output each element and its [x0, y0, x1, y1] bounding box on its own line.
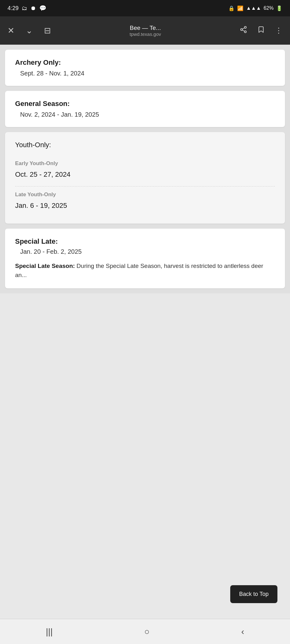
briefcase-icon: 🗂: [22, 5, 27, 12]
shield-icon: 🔒: [228, 5, 235, 11]
early-youth-section: Early Youth-Only Oct. 25 - 27, 2024: [15, 155, 275, 184]
late-youth-date: Jan. 6 - 19, 2025: [15, 202, 275, 210]
page-title: Bee — Te...: [130, 25, 161, 31]
svg-line-4: [243, 28, 245, 29]
browser-actions: ⋮: [237, 23, 285, 38]
general-season-title: General Season:: [15, 100, 275, 108]
special-late-desc-label: Special Late Season:: [15, 263, 75, 269]
close-button[interactable]: ✕: [5, 23, 17, 38]
back-button[interactable]: ‹: [231, 622, 254, 642]
svg-line-3: [243, 30, 245, 31]
early-youth-subtitle: Early Youth-Only: [15, 160, 275, 167]
tabs-button[interactable]: ⊟: [42, 23, 53, 38]
early-youth-date: Oct. 25 - 27, 2024: [15, 170, 275, 179]
share-icon[interactable]: [237, 23, 250, 38]
play-icon: ⏺: [31, 5, 36, 12]
more-menu-icon[interactable]: ⋮: [272, 24, 285, 37]
message-icon: 💬: [39, 5, 46, 12]
recents-button[interactable]: |||: [36, 622, 63, 642]
special-late-title: Special Late:: [15, 237, 275, 246]
archery-only-title: Archery Only:: [15, 58, 275, 67]
archery-only-date: Sept. 28 - Nov. 1, 2024: [15, 70, 275, 77]
url-area[interactable]: Bee — Te... tpwd.texas.gov: [60, 25, 231, 37]
bottom-nav-bar: ||| ○ ‹: [0, 619, 290, 644]
general-season-card: General Season: Nov. 2, 2024 - Jan. 19, …: [5, 91, 285, 127]
special-late-date: Jan. 20 - Feb. 2, 2025: [15, 248, 275, 255]
domain-label: tpwd.texas.gov: [130, 31, 161, 37]
youth-only-card: Youth-Only: Early Youth-Only Oct. 25 - 2…: [5, 132, 285, 224]
dropdown-button[interactable]: ⌄: [23, 23, 35, 38]
special-late-description: Special Late Season: During the Special …: [15, 262, 275, 280]
general-season-date: Nov. 2, 2024 - Jan. 19, 2025: [15, 111, 275, 118]
late-youth-subtitle: Late Youth-Only: [15, 192, 275, 198]
status-time: 4:29: [8, 5, 19, 12]
late-youth-section: Late Youth-Only Jan. 6 - 19, 2025: [15, 186, 275, 215]
status-right: 🔒 📶 ▲▲▲ 62% 🔋: [228, 5, 282, 11]
special-late-card: Special Late: Jan. 20 - Feb. 2, 2025 Spe…: [5, 229, 285, 288]
youth-only-title: Youth-Only:: [15, 141, 275, 149]
bookmark-icon[interactable]: [255, 23, 267, 38]
signal-icon: ▲▲▲: [246, 5, 261, 11]
battery-level: 62%: [264, 5, 274, 11]
browser-bar: ✕ ⌄ ⊟ Bee — Te... tpwd.texas.gov ⋮: [0, 16, 290, 45]
back-to-top-button[interactable]: Back to Top: [230, 585, 277, 603]
status-left: 4:29 🗂 ⏺ 💬: [8, 5, 46, 12]
archery-only-card: Archery Only: Sept. 28 - Nov. 1, 2024: [5, 50, 285, 86]
status-bar: 4:29 🗂 ⏺ 💬 🔒 📶 ▲▲▲ 62% 🔋: [0, 0, 290, 16]
content-area: Archery Only: Sept. 28 - Nov. 1, 2024 Ge…: [0, 45, 290, 293]
home-button[interactable]: ○: [134, 622, 160, 642]
wifi-icon: 📶: [237, 5, 243, 11]
battery-icon: 🔋: [276, 5, 282, 11]
